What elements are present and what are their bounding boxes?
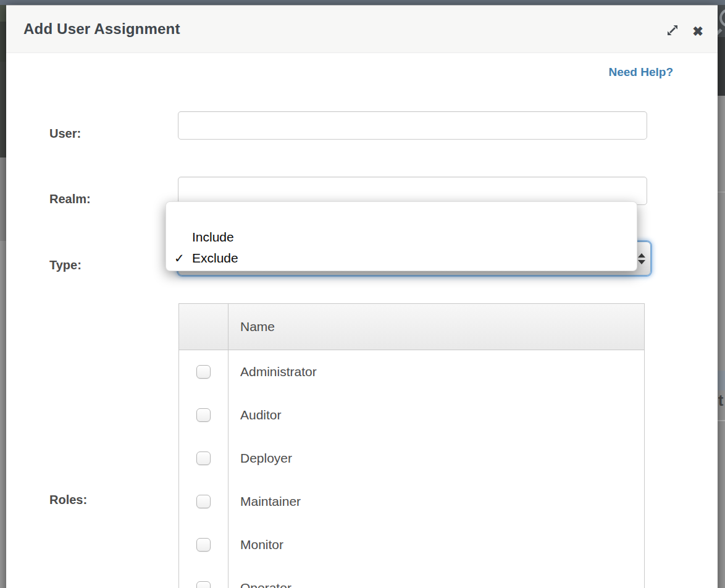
table-row: Administrator — [179, 350, 644, 393]
need-help-link[interactable]: Need Help? — [608, 65, 673, 79]
background-segment — [0, 22, 6, 62]
page-title: Add User Assignment — [23, 20, 180, 38]
background-top-band — [0, 0, 725, 5]
dropdown-option-label: Exclude — [192, 251, 238, 265]
table-row: Maintainer — [179, 480, 644, 523]
role-checkbox-auditor[interactable] — [196, 408, 211, 422]
close-icon: ✖ — [692, 25, 703, 38]
dropdown-option-label: Include — [192, 230, 234, 244]
role-name: Operator — [228, 581, 644, 588]
select-stepper-icon — [637, 251, 646, 266]
table-row: Operator — [179, 566, 644, 588]
background-left-strip — [0, 5, 6, 588]
roles-table-header: Name — [179, 304, 644, 350]
type-label: Type: — [49, 258, 82, 272]
background-right-strip: t — [718, 5, 725, 588]
background-segment — [718, 371, 725, 390]
role-name: Auditor — [228, 408, 644, 422]
column-divider — [228, 304, 228, 588]
table-row: Auditor — [179, 393, 644, 437]
role-checkbox-maintainer[interactable] — [196, 495, 211, 508]
background-segment — [0, 5, 6, 22]
background-segment — [718, 96, 725, 371]
checkmark-icon: ✓ — [174, 248, 190, 269]
search-icon — [719, 9, 725, 27]
table-row: Deployer — [179, 437, 644, 480]
arrow-down-icon — [638, 260, 645, 264]
role-name: Deployer — [228, 451, 644, 466]
background-segment — [0, 158, 6, 241]
close-button[interactable]: ✖ — [689, 22, 707, 40]
dialog-header: Add User Assignment — [6, 6, 718, 53]
role-checkbox-operator[interactable] — [196, 581, 211, 588]
role-name: Monitor — [228, 537, 644, 552]
add-user-assignment-dialog: Add User Assignment ✖ Need Help? User: R… — [6, 5, 718, 588]
role-checkbox-administrator[interactable] — [196, 365, 211, 379]
role-name: Administrator — [228, 364, 644, 379]
type-dropdown-menu: Include ✓ Exclude — [166, 201, 637, 271]
dropdown-option-exclude[interactable]: ✓ Exclude — [166, 248, 637, 269]
background-divider — [718, 420, 725, 421]
resize-diagonal-icon — [665, 23, 680, 40]
role-name: Maintainer — [228, 494, 644, 509]
user-label: User: — [49, 126, 81, 141]
background-segment — [718, 5, 725, 37]
background-segment — [0, 62, 6, 158]
background-segment — [0, 241, 6, 588]
background-text-fragment: t — [718, 392, 723, 410]
table-row: Monitor — [179, 523, 644, 566]
role-checkbox-deployer[interactable] — [196, 452, 211, 465]
background-divider — [718, 191, 725, 193]
name-column-header: Name — [228, 319, 644, 334]
roles-label: Roles: — [49, 492, 87, 507]
arrow-up-icon — [638, 253, 645, 258]
search-icon-handle — [718, 28, 723, 36]
role-checkbox-monitor[interactable] — [196, 538, 211, 552]
expand-button[interactable] — [663, 22, 682, 40]
roles-table: Name Administrator Auditor Deployer Main… — [178, 303, 645, 588]
background-segment — [718, 37, 725, 96]
user-input[interactable] — [178, 111, 647, 140]
dropdown-option-include[interactable]: Include — [166, 227, 637, 248]
realm-label: Realm: — [49, 191, 91, 206]
